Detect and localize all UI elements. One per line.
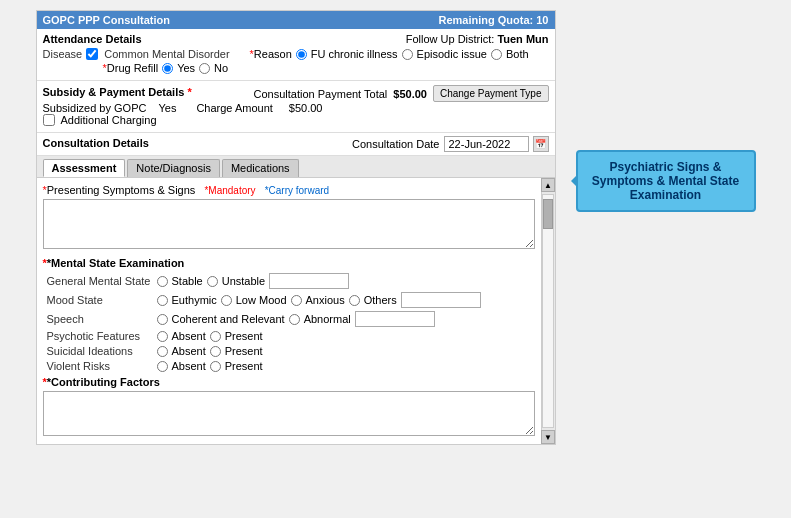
payment-total-label: Consultation Payment Total <box>254 88 388 100</box>
mse-options-speech: Coherent and Relevant Abnormal <box>157 311 435 327</box>
additional-charging-row: Additional Charging <box>43 114 549 126</box>
speech-text-input[interactable] <box>355 311 435 327</box>
payment-total-value: $50.00 <box>393 88 427 100</box>
scroll-track <box>542 194 554 428</box>
date-label: Consultation Date <box>352 138 439 150</box>
radio-violent-absent[interactable]: Absent <box>157 360 206 372</box>
mse-title: **Mental State Examination <box>43 257 535 269</box>
drug-refill-row: *Drug Refill Yes No <box>43 62 549 74</box>
reason-episodic[interactable]: Episodic issue <box>402 48 487 60</box>
attendance-section: Attendance Details Follow Up District: T… <box>37 29 555 81</box>
radio-anxious[interactable]: Anxious <box>291 294 345 306</box>
right-panel: Psychiatric Signs & Symptoms & Mental St… <box>562 90 756 212</box>
radio-unstable[interactable]: Unstable <box>207 275 265 287</box>
date-input[interactable] <box>444 136 529 152</box>
header-bar: GOPC PPP Consultation Remaining Quota: 1… <box>37 11 555 29</box>
tooltip-box: Psychiatric Signs & Symptoms & Mental St… <box>576 150 756 212</box>
header-title: GOPC PPP Consultation <box>43 14 171 26</box>
tooltip-text: Psychiatric Signs & Symptoms & Mental St… <box>592 160 739 202</box>
mse-options-violent: Absent Present <box>157 360 263 372</box>
radio-low-mood[interactable]: Low Mood <box>221 294 287 306</box>
presenting-section: *Presenting Symptoms & Signs *Mandatory … <box>43 184 535 251</box>
mse-label-mood: Mood State <box>47 294 157 306</box>
mse-label-speech: Speech <box>47 313 157 325</box>
mandatory-note: *Mandatory <box>204 185 255 196</box>
tab-medications[interactable]: Medications <box>222 159 299 177</box>
mse-label-suicidal: Suicidal Ideations <box>47 345 157 357</box>
radio-stable[interactable]: Stable <box>157 275 203 287</box>
subsidy-title: Subsidy & Payment Details * <box>43 86 192 98</box>
radio-psychotic-absent[interactable]: Absent <box>157 330 206 342</box>
mse-psychotic: Psychotic Features Absent Present <box>43 330 535 342</box>
assessment-content: *Presenting Symptoms & Signs *Mandatory … <box>37 178 541 444</box>
additional-checkbox[interactable] <box>43 114 55 126</box>
radio-others[interactable]: Others <box>349 294 397 306</box>
subsidy-section: Subsidy & Payment Details * Consultation… <box>37 81 555 133</box>
mse-speech: Speech Coherent and Relevant Abnormal <box>43 311 535 327</box>
scrollbar: ▲ ▼ <box>541 178 555 444</box>
scroll-up-button[interactable]: ▲ <box>541 178 555 192</box>
date-area: Consultation Date 📅 <box>352 136 548 152</box>
contributing-section: **Contributing Factors <box>43 376 535 438</box>
reason-label: *Reason <box>250 48 292 60</box>
mse-mood-state: Mood State Euthymic Low Mood Anxious Oth… <box>43 292 535 308</box>
tabs-bar: Assessment Note/Diagnosis Medications <box>37 156 555 178</box>
drug-refill-yes[interactable]: Yes <box>162 62 195 74</box>
tab-assessment[interactable]: Assessment <box>43 159 126 177</box>
scroll-thumb[interactable] <box>543 199 553 229</box>
radio-euthymic[interactable]: Euthymic <box>157 294 217 306</box>
remaining-quota: Remaining Quota: 10 <box>438 14 548 26</box>
additional-label: Additional Charging <box>61 114 157 126</box>
change-payment-button[interactable]: Change Payment Type <box>433 85 549 102</box>
mse-label-psychotic: Psychotic Features <box>47 330 157 342</box>
consultation-title: Consultation Details <box>43 137 149 149</box>
mse-suicidal: Suicidal Ideations Absent Present <box>43 345 535 357</box>
mse-general-mental-state: General Mental State Stable Unstable <box>43 273 535 289</box>
mse-section: **Mental State Examination General Menta… <box>43 257 535 372</box>
mse-options-mood: Euthymic Low Mood Anxious Others <box>157 292 481 308</box>
gms-text-input[interactable] <box>269 273 349 289</box>
radio-psychotic-present[interactable]: Present <box>210 330 263 342</box>
presenting-title: Presenting Symptoms & Signs <box>47 184 196 196</box>
subsidized-value: Yes <box>158 102 176 114</box>
disease-value: Common Mental Disorder <box>104 48 229 60</box>
subsidized-label: Subsidized by GOPC <box>43 102 147 114</box>
radio-suicidal-absent[interactable]: Absent <box>157 345 206 357</box>
tab-note-diagnosis[interactable]: Note/Diagnosis <box>127 159 220 177</box>
assessment-tab-content: *Presenting Symptoms & Signs *Mandatory … <box>37 178 555 444</box>
mse-options-psychotic: Absent Present <box>157 330 263 342</box>
mse-options-general: Stable Unstable <box>157 273 350 289</box>
mse-label-general: General Mental State <box>47 275 157 287</box>
mood-text-input[interactable] <box>401 292 481 308</box>
radio-suicidal-present[interactable]: Present <box>210 345 263 357</box>
presenting-textarea[interactable] <box>43 199 535 249</box>
disease-row: Disease Common Mental Disorder *Reason F… <box>43 48 549 60</box>
form-container: GOPC PPP Consultation Remaining Quota: 1… <box>36 10 556 445</box>
contributing-textarea[interactable] <box>43 391 535 436</box>
disease-checkbox[interactable] <box>86 48 98 60</box>
subsidy-row: Subsidized by GOPC Yes Charge Amount $50… <box>43 102 549 114</box>
presenting-header: *Presenting Symptoms & Signs *Mandatory … <box>43 184 535 196</box>
mse-label-violent: Violent Risks <box>47 360 157 372</box>
mse-options-suicidal: Absent Present <box>157 345 263 357</box>
calendar-icon[interactable]: 📅 <box>533 136 549 152</box>
charge-value: $50.00 <box>289 102 323 114</box>
carry-forward-note: *Carry forward <box>265 185 329 196</box>
drug-refill-label: *Drug Refill <box>103 62 159 74</box>
reason-fu[interactable]: FU chronic illness <box>296 48 398 60</box>
consultation-section: Consultation Details Consultation Date 📅 <box>37 133 555 156</box>
drug-refill-no[interactable]: No <box>199 62 228 74</box>
contributing-title: **Contributing Factors <box>43 376 535 388</box>
mse-violent: Violent Risks Absent Present <box>43 360 535 372</box>
attendance-title: Attendance Details <box>43 33 142 45</box>
radio-violent-present[interactable]: Present <box>210 360 263 372</box>
disease-label: Disease <box>43 48 83 60</box>
radio-coherent[interactable]: Coherent and Relevant <box>157 313 285 325</box>
scroll-down-button[interactable]: ▼ <box>541 430 555 444</box>
charge-label: Charge Amount <box>196 102 272 114</box>
radio-abnormal[interactable]: Abnormal <box>289 313 351 325</box>
reason-both[interactable]: Both <box>491 48 529 60</box>
content-area: *Presenting Symptoms & Signs *Mandatory … <box>37 178 541 444</box>
followup-district: Follow Up District: Tuen Mun <box>406 33 549 48</box>
payment-total: Consultation Payment Total $50.00 Change… <box>254 85 549 102</box>
